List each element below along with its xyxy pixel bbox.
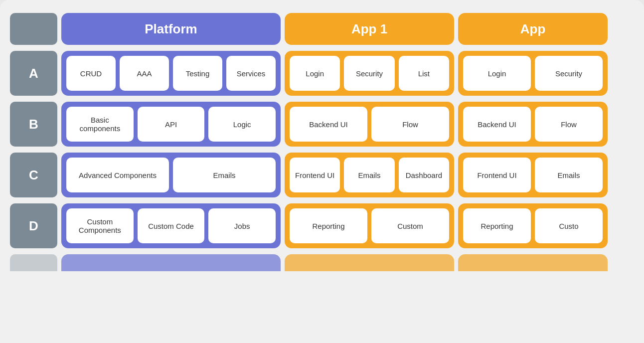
platform-section-A: CRUDAAATestingServices <box>61 51 281 96</box>
card-item[interactable]: CRUD <box>66 56 116 91</box>
card-item[interactable]: List <box>399 56 449 91</box>
card-item[interactable]: Emails <box>173 158 276 192</box>
header-empty-label <box>10 13 57 45</box>
platform-section-D: Custom ComponentsCustom CodeJobs <box>61 203 281 248</box>
card-item[interactable]: Login <box>463 56 531 91</box>
header-row: Platform App 1 App <box>10 10 644 48</box>
card-item[interactable]: Frontend UI <box>290 158 340 192</box>
card-item[interactable]: Backend UI <box>290 107 367 142</box>
app1-header: App 1 <box>285 13 454 45</box>
card-item[interactable]: Custom Code <box>138 208 205 243</box>
card-item[interactable]: Emails <box>344 158 394 192</box>
card-item[interactable]: Custom <box>371 208 449 243</box>
card-item[interactable]: Security <box>344 56 394 91</box>
partial-section-1 <box>285 254 454 271</box>
card-item[interactable]: Logic <box>208 107 276 142</box>
card-item[interactable]: Emails <box>535 158 603 192</box>
card-item[interactable]: Advanced Components <box>66 158 169 192</box>
card-item[interactable]: Security <box>535 56 603 91</box>
data-row-C: CAdvanced ComponentsEmailsFrontend UIEma… <box>10 150 644 200</box>
partial-section-0 <box>61 254 281 271</box>
data-row-D: DCustom ComponentsCustom CodeJobsReporti… <box>10 200 644 251</box>
platform-header: Platform <box>61 13 281 45</box>
partial-row-label <box>10 254 57 271</box>
grid-wrapper: Platform App 1 App ACRUDAAATestingServic… <box>10 10 644 271</box>
card-item[interactable]: Reporting <box>463 208 531 243</box>
row-label-D: D <box>10 203 57 248</box>
app2-section-B: Backend UIFlow <box>458 102 608 147</box>
app1-title: App 1 <box>351 21 387 37</box>
main-container: Platform App 1 App ACRUDAAATestingServic… <box>0 0 644 343</box>
card-item[interactable]: Flow <box>535 107 603 142</box>
card-item[interactable]: Custo <box>535 208 603 243</box>
card-item[interactable]: Basic components <box>66 107 134 142</box>
row-label-A: A <box>10 51 57 96</box>
row-label-B: B <box>10 102 57 147</box>
app2-header: App <box>458 13 608 45</box>
platform-title: Platform <box>145 21 197 37</box>
app1-section-C: Frontend UIEmailsDashboard <box>285 153 454 197</box>
app2-section-D: ReportingCusto <box>458 203 608 248</box>
data-row-A: ACRUDAAATestingServicesLoginSecurityList… <box>10 48 644 99</box>
card-item[interactable]: Reporting <box>290 208 367 243</box>
card-item[interactable]: API <box>138 107 205 142</box>
rows-container: ACRUDAAATestingServicesLoginSecurityList… <box>10 48 644 271</box>
card-item[interactable]: Jobs <box>208 208 276 243</box>
card-item[interactable]: Frontend UI <box>463 158 531 192</box>
platform-section-C: Advanced ComponentsEmails <box>61 153 281 197</box>
app1-section-D: ReportingCustom <box>285 203 454 248</box>
app2-section-C: Frontend UIEmails <box>458 153 608 197</box>
row-label-C: C <box>10 153 57 197</box>
card-item[interactable]: Login <box>290 56 340 91</box>
partial-section-2 <box>458 254 608 271</box>
partial-row <box>10 251 644 271</box>
app2-title: App <box>520 21 546 37</box>
card-item[interactable]: Custom Components <box>66 208 134 243</box>
card-item[interactable]: Flow <box>371 107 449 142</box>
card-item[interactable]: AAA <box>120 56 169 91</box>
app2-section-A: LoginSecurity <box>458 51 608 96</box>
card-item[interactable]: Testing <box>173 56 222 91</box>
screen: Platform App 1 App ACRUDAAATestingServic… <box>0 0 644 343</box>
app1-section-A: LoginSecurityList <box>285 51 454 96</box>
app1-section-B: Backend UIFlow <box>285 102 454 147</box>
data-row-B: BBasic componentsAPILogicBackend UIFlowB… <box>10 99 644 150</box>
platform-section-B: Basic componentsAPILogic <box>61 102 281 147</box>
card-item[interactable]: Backend UI <box>463 107 531 142</box>
card-item[interactable]: Dashboard <box>399 158 449 192</box>
card-item[interactable]: Services <box>226 56 276 91</box>
